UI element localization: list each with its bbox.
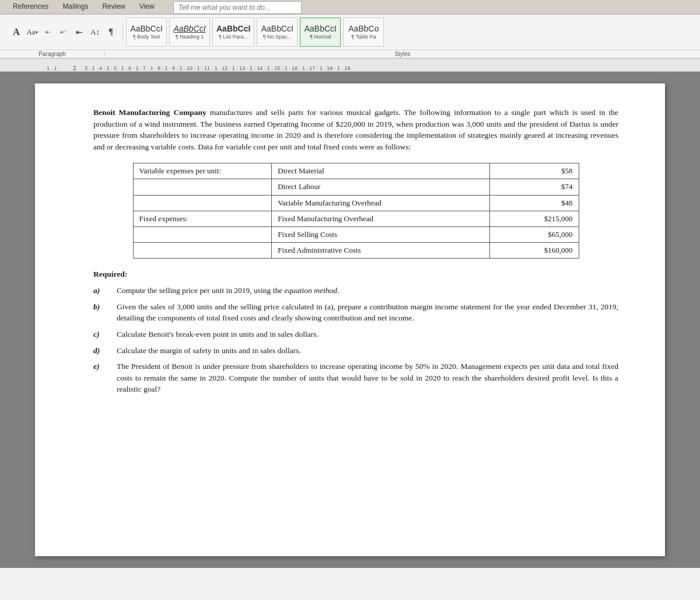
intro-paragraph: Benoit Manufacturing Company manufacture… [93,107,618,152]
question-item: d)Calculate the margin of safety in unit… [93,345,618,357]
table-cell-item: Direct Labour [272,179,490,195]
ruler-mark-2: 2̣ [73,65,76,71]
style-list-para-label: ¶ List Para... [219,34,248,40]
tab-view[interactable]: View [132,0,162,14]
table-row: Fixed Administrative Costs$160,000 [133,243,579,259]
style-normal-label: ¶ Normal [310,34,331,40]
document-page: Benoit Manufacturing Company manufacture… [35,83,665,556]
expense-table: Variable expenses per unit:Direct Materi… [133,163,579,259]
question-text: Given the sales of 3,000 units and the s… [117,301,618,324]
table-cell-category [133,179,272,195]
ruler-mark-neg2: · 1 · 1 · [44,65,60,71]
table-cell-item: Direct Material [272,163,490,179]
style-list-para[interactable]: AaBbCcI ¶ List Para... [212,18,254,47]
question-text: Compute the selling price per unit in 20… [117,285,618,296]
style-table-pa-label: ¶ Table Pa [351,34,376,40]
table-row: Fixed expenses:Fixed Manufacturing Overh… [133,211,579,226]
paragraph-section-label: Paragraph [0,51,105,57]
question-text: Calculate the margin of safety in units … [117,345,618,357]
question-letter: e) [93,361,117,395]
search-input[interactable] [173,1,302,14]
style-body-text-label: ¶ Body Text [133,34,160,40]
style-heading1[interactable]: AaBbCcI ¶ Heading 1 [169,18,210,47]
document-area: Benoit Manufacturing Company manufacture… [0,72,700,568]
styles-section-label: Styles [105,51,700,57]
table-cell-value: $65,000 [489,227,579,243]
table-row: Direct Labour$74 [133,179,579,195]
font-a-btn[interactable]: A [9,25,23,39]
table-cell-item: Fixed Selling Costs [272,227,490,243]
questions-list: a)Compute the selling price per unit in … [93,285,618,395]
table-cell-category [133,243,272,259]
question-item: b)Given the sales of 3,000 units and the… [93,301,618,324]
table-cell-value: $215,000 [489,211,579,226]
question-item: c)Calculate Benoit's break-even point in… [93,329,618,340]
tab-mailings[interactable]: Mailings [55,0,95,14]
tab-review[interactable]: Review [95,0,132,14]
question-text: The President of Benoit is under pressur… [117,361,618,395]
question-letter: c) [93,329,117,340]
ruler: · 1 · 1 · 2̣ 3 · 1 · 4 · 1 · 5 · 1 · 6 ·… [0,59,700,72]
table-cell-value: $48 [489,195,579,211]
table-cell-value: $58 [489,163,579,179]
table-cell-item: Fixed Administrative Costs [272,243,490,259]
ribbon-tab-bar: References Mailings Review View [0,0,700,15]
font-aa-btn[interactable]: Aa▾ [25,25,39,39]
question-letter: d) [93,345,117,357]
style-body-text[interactable]: AaBbCcI ¶ Body Text [126,18,167,47]
style-no-spacing[interactable]: AaBbCcI ¶ No Spac... [257,18,298,47]
question-item: e)The President of Benoit is under press… [93,361,618,395]
style-table-pa[interactable]: AaBbCo ¶ Table Pa [343,18,384,47]
ribbon-content: A Aa▾ ≡· ≡⁻ ⇤ A↕ ¶ AaBbCcI ¶ Body Text A… [0,15,700,50]
table-cell-category [133,195,272,211]
table-cell-category [133,227,272,243]
bullets-icon[interactable]: ≡· [41,25,55,39]
table-cell-value: $160,000 [489,243,579,259]
question-item: a)Compute the selling price per unit in … [93,285,618,296]
table-row: Variable expenses per unit:Direct Materi… [133,163,579,179]
company-name: Benoit Manufacturing Company [93,108,206,117]
question-em: equation method [285,286,337,295]
question-letter: b) [93,301,117,324]
question-text: Calculate Benoit's break-even point in u… [117,329,618,340]
table-cell-category: Variable expenses per unit: [133,163,272,179]
ribbon: References Mailings Review View A Aa▾ ≡·… [0,0,700,59]
table-cell-item: Variable Manufacturing Overhead [272,195,490,211]
table-cell-item: Fixed Manufacturing Overhead [272,211,490,226]
table-cell-category: Fixed expenses: [133,211,272,226]
tab-references[interactable]: References [6,0,55,14]
paragraph-mark-icon[interactable]: ¶ [104,25,118,39]
table-row: Fixed Selling Costs$65,000 [133,227,579,243]
required-label: Required: [93,269,618,280]
sort-icon[interactable]: A↕ [88,25,102,39]
style-no-spacing-label: ¶ No Spac... [263,34,292,40]
font-group: A Aa▾ ≡· ≡⁻ ⇤ A↕ ¶ [5,24,123,40]
table-row: Variable Manufacturing Overhead$48 [133,195,579,211]
indent-icon[interactable]: ⇤ [72,25,86,39]
table-cell-value: $74 [489,179,579,195]
question-letter: a) [93,285,117,296]
styles-group: AaBbCcI ¶ Body Text AaBbCcI ¶ Heading 1 … [125,17,384,47]
style-normal[interactable]: AaBbCcI ¶ Normal [300,18,341,47]
ruler-mark-3: 3 · 1 · 4 · 1 · 5 · 1 · 6 · 1 · 7 · 1 · … [85,65,350,71]
numbering-icon[interactable]: ≡⁻ [57,25,71,39]
style-heading1-label: ¶ Heading 1 [176,34,204,40]
